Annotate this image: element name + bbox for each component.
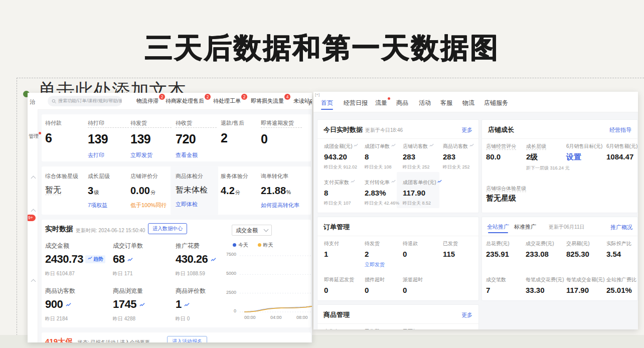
- ads-transaction-amount: 交易额(元) 825.30: [566, 240, 609, 258]
- trend-icon[interactable]: [429, 143, 434, 147]
- topnav-logistics-stalled[interactable]: 物流停滞2: [136, 97, 158, 105]
- search-placeholder: 搜索功能/订单/课程/规则/帮助/服务: [58, 98, 122, 104]
- tab-daily-report[interactable]: 经营日报: [344, 99, 368, 107]
- more-link[interactable]: 更多: [461, 126, 472, 134]
- ads-deal-count: 成交笔数 7: [486, 276, 529, 294]
- sidebar-fragment: 治: [30, 98, 35, 106]
- tab-traffic[interactable]: 流量: [375, 99, 387, 107]
- tab-activities[interactable]: 活动: [419, 99, 431, 107]
- trend-icon[interactable]: [184, 302, 190, 307]
- promo-card: 419大促 状态: 已报名活动 | 进入会场逛逛 进入活动报名: [42, 332, 311, 342]
- promo-title: 419大促: [45, 337, 73, 342]
- sidebar-item-management[interactable]: 管理: [29, 133, 39, 140]
- goods-sold-out: 已售罄: [365, 328, 408, 329]
- metric-orders: 成交订单数 68 昨日 171: [113, 242, 173, 277]
- order-management-panel: 订单管理 待支付 1 待发货 2 立即发货 待退款 0 已发货 115 即将延迟…: [317, 217, 479, 301]
- stat-to-ship: 待发货 139 立即发货: [130, 119, 172, 159]
- go-print-link[interactable]: 去打印: [88, 151, 129, 159]
- topnav-traffic-loss[interactable]: 即将损失流量4: [251, 97, 284, 105]
- trend-icon[interactable]: [469, 143, 474, 147]
- ship-now-link[interactable]: 立即发货: [365, 261, 408, 268]
- ship-now-link[interactable]: 立即发货: [130, 151, 172, 159]
- divider: [317, 323, 478, 324]
- xtick-0800: 08:00: [296, 315, 308, 320]
- stat-experience-star: 综合体验星级 暂无: [45, 172, 88, 196]
- ads-fee-ratio: 全站推广费比 25.01%: [606, 276, 638, 294]
- goods-on-sale: 出售中: [324, 328, 367, 329]
- order-to-ship: 待发货 2 立即发货: [365, 240, 408, 268]
- promo-signup-button[interactable]: 进入活动报名: [167, 336, 207, 342]
- panel-updated: 更新于06月11日: [549, 224, 585, 231]
- stat-product-checkup: 商品体检分 暂未体检 立即体检: [176, 172, 219, 208]
- trend-icon[interactable]: [437, 179, 442, 184]
- topnav-pending-aftersale[interactable]: 待商家处理售后2: [166, 97, 204, 105]
- active-tab-underline: [321, 109, 333, 110]
- panel-updated: 更新于今日18:46: [365, 127, 403, 134]
- divider: [317, 236, 478, 236]
- trend-icon[interactable]: [354, 143, 358, 147]
- order-pending-refund: 待退款 0: [403, 240, 446, 258]
- legend-dot-today: [233, 243, 236, 247]
- goods-management-panel: 商品管理 更多 出售中 已售罄 已下架: [317, 304, 479, 329]
- trend-icon[interactable]: [351, 179, 355, 184]
- trend-icon[interactable]: [66, 302, 71, 307]
- count-badge: 2: [205, 94, 211, 100]
- xtick-0000: 00:00: [244, 315, 256, 320]
- business-guide-link[interactable]: 经营指导: [609, 126, 631, 134]
- topnav-pending-tickets[interactable]: 待处理工单2: [213, 97, 241, 105]
- notification-dot: [388, 97, 390, 100]
- set-target-link[interactable]: 设置: [566, 152, 609, 162]
- star-level-value: 暂无星级: [486, 194, 516, 203]
- left-sidebar: 治 管理 9+: [28, 93, 38, 342]
- promo-desc: 状态: 已报名活动 | 进入会场逛逛: [78, 339, 150, 342]
- more-link[interactable]: 更多: [461, 311, 472, 319]
- trend-icon[interactable]: [127, 257, 133, 262]
- metric-gmv: 成交金额 2430.73 趋势 昨日 6104.87: [45, 242, 105, 277]
- tab-shop-services[interactable]: 店铺服务: [484, 99, 508, 107]
- trend-icon[interactable]: [391, 143, 396, 147]
- quality-stats-card: 综合体验星级 暂无 成长层级 3级 7项权益 店铺评价分 0.00分 低于100…: [42, 166, 311, 215]
- tab-logistics[interactable]: 物流: [462, 99, 474, 107]
- view-amount-link[interactable]: 查看金额: [176, 151, 217, 159]
- active-tab-underline: [488, 232, 508, 233]
- ads-amount-per-deal: 每笔成交金额(元) 117.90: [566, 276, 609, 294]
- checkup-now-link[interactable]: 立即体检: [176, 201, 219, 208]
- sidebar-count-badge: 9+: [28, 215, 36, 221]
- goods-off-shelf: 已下架: [403, 328, 446, 329]
- trend-icon[interactable]: [139, 302, 145, 307]
- search-input[interactable]: 搜索功能/订单/课程/规则/帮助/服务: [48, 96, 122, 106]
- order-pickup-timeout: 揽件超时 0: [365, 276, 408, 294]
- data-center-button[interactable]: 进入数据中心: [148, 223, 187, 234]
- ads-overview-link[interactable]: 推广概况: [610, 224, 632, 231]
- metric-group-gmv: 成团金额(元) 943.20 昨日全天 912.02: [324, 143, 367, 170]
- tab-standard-ads[interactable]: 标准推广: [514, 223, 536, 231]
- order-delivery-timeout: 派签超时 0: [403, 276, 446, 294]
- trend-icon[interactable]: [391, 179, 396, 184]
- chart-metric-select[interactable]: 成交金额: [232, 225, 272, 236]
- legend-dot-yesterday: [258, 243, 261, 247]
- metric-shop-visitors: 店铺访客数 283 昨日全天 252: [403, 143, 446, 170]
- chevron-up-icon[interactable]: [31, 209, 36, 214]
- metric-operation-score: 店铺经营评分 80.0: [486, 143, 529, 161]
- stat-to-print: 待打印 139 去打印: [88, 119, 129, 159]
- mini-line-chart: [240, 255, 312, 315]
- trend-icon[interactable]: [211, 257, 216, 262]
- below-peers-link[interactable]: 低于100%同行: [130, 202, 174, 209]
- metric-pageviews: 商品浏览量 1745 昨日 4288: [113, 287, 173, 322]
- chevron-up-icon[interactable]: [31, 176, 36, 181]
- improve-conversion-link[interactable]: 如何提高转化率: [261, 202, 304, 209]
- trend-badge[interactable]: 趋势: [85, 255, 105, 263]
- metric-month-sales: 6月销售额(元) 1084.47: [606, 143, 638, 161]
- chevron-up-icon[interactable]: [31, 279, 36, 284]
- rights-link[interactable]: 7项权益: [88, 202, 131, 209]
- stat-inquiry-conversion: 询单转化率 21.88% 如何提高转化率: [261, 172, 304, 209]
- tab-home[interactable]: 首页: [321, 99, 333, 107]
- metric-sales-target: 6月销售目标(元) 设置: [566, 143, 609, 162]
- ytick-5000: 5000: [223, 271, 236, 276]
- chevron-down-icon: [264, 227, 269, 232]
- tab-customer-service[interactable]: 客服: [440, 99, 452, 107]
- realtime-card: 实时数据 更新时间: 2024-06-12 15:50:40 进入数据中心 成交…: [42, 220, 311, 327]
- tab-sitewide-ads[interactable]: 全站推广: [487, 223, 509, 231]
- tab-goods[interactable]: 商品: [396, 99, 408, 107]
- topnav-crossborder[interactable]: 跨境: [308, 99, 312, 107]
